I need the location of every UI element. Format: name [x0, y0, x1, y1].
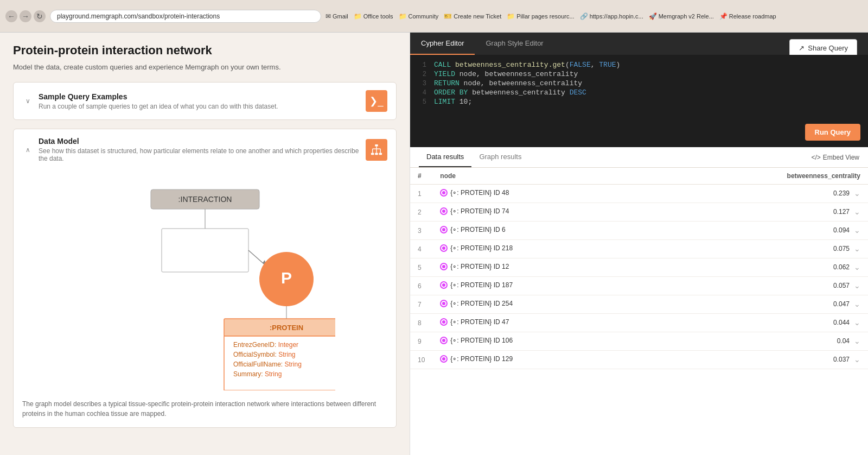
bookmark-hopin[interactable]: 🔗 https://app.hopin.c...: [580, 12, 643, 20]
svg-text::PROTEIN: :PROTEIN: [269, 324, 303, 332]
browser-chrome: ← → ↻ playground.memgraph.com/sandbox/pr…: [0, 0, 868, 33]
table-row[interactable]: 3{∘: PROTEIN} ID 60.094⌄: [410, 222, 868, 240]
bookmark-gmail[interactable]: ✉ Gmail: [326, 12, 348, 20]
svg-rect-2: [375, 153, 378, 155]
data-model-title: Data Model: [39, 137, 366, 146]
expand-arrow[interactable]: ⌄: [854, 337, 860, 345]
data-model-title-block: Data Model See how this dataset is struc…: [39, 137, 366, 162]
expand-arrow[interactable]: ⌄: [854, 226, 860, 235]
expand-arrow[interactable]: ⌄: [854, 355, 860, 364]
row-node: {∘: PROTEIN} ID 47: [432, 314, 649, 332]
svg-text::INTERACTION: :INTERACTION: [178, 195, 232, 204]
page-title: Protein-protein interaction network: [13, 43, 397, 58]
collapse-toggle-sample[interactable]: ∨: [22, 96, 33, 106]
table-row[interactable]: 8{∘: PROTEIN} ID 470.044⌄: [410, 314, 868, 332]
row-betweenness: 0.094⌄: [649, 222, 868, 239]
page-subtitle: Model the data, create custom queries an…: [13, 63, 397, 71]
expand-arrow[interactable]: ⌄: [854, 318, 860, 327]
svg-rect-12: [162, 229, 248, 272]
sample-query-header[interactable]: ∨ Sample Query Examples Run a couple of …: [14, 83, 396, 119]
bookmark-memgraph[interactable]: 🚀 Memgraph v2 Rele...: [649, 12, 714, 20]
expand-arrow[interactable]: ⌄: [854, 244, 860, 253]
table-row[interactable]: 10{∘: PROTEIN} ID 1290.037⌄: [410, 351, 868, 369]
row-id: 10: [410, 351, 432, 369]
hierarchy-icon: [371, 144, 382, 156]
tab-graph-results[interactable]: Graph results: [471, 147, 529, 167]
table-row[interactable]: 7{∘: PROTEIN} ID 2540.047⌄: [410, 295, 868, 314]
row-node: {∘: PROTEIN} ID 129: [432, 351, 649, 369]
code-line-3: 3 RETURN node, betweenness_centrality: [410, 79, 868, 88]
table-header-row: # node betweenness_centrality: [410, 168, 868, 185]
row-node: {∘: PROTEIN} ID 106: [432, 332, 649, 351]
run-query-button[interactable]: Run Query: [805, 124, 860, 141]
table-row[interactable]: 1{∘: PROTEIN} ID 480.239⌄: [410, 185, 868, 203]
row-betweenness: 0.062⌄: [649, 258, 868, 276]
data-model-header[interactable]: ∧ Data Model See how this dataset is str…: [14, 129, 396, 170]
results-table: # node betweenness_centrality 1{∘: PROTE…: [410, 168, 868, 455]
address-bar[interactable]: playground.memgraph.com/sandbox/protein-…: [50, 10, 321, 23]
bookmark-community[interactable]: 📁 Community: [399, 12, 439, 20]
expand-arrow[interactable]: ⌄: [854, 207, 860, 216]
row-node: {∘: PROTEIN} ID 12: [432, 258, 649, 277]
data-model-icon: [366, 139, 387, 161]
row-id: 8: [410, 314, 432, 332]
right-panel: Cypher Editor Graph Style Editor 1 CALL …: [410, 33, 868, 455]
code-line-5: 5 LIMIT 10;: [410, 97, 868, 106]
row-betweenness: 0.044⌄: [649, 314, 868, 331]
share-icon: ↗: [799, 44, 805, 52]
bookmark-ticket[interactable]: 🎫 Create new Ticket: [444, 12, 501, 20]
tab-style-editor[interactable]: Graph Style Editor: [475, 33, 554, 55]
embed-view-button[interactable]: </> Embed View: [811, 154, 859, 161]
col-node: node: [432, 168, 649, 185]
col-betweenness: betweenness_centrality: [649, 168, 868, 185]
diagram-container: :INTERACTION P: [22, 179, 387, 390]
svg-text:OfficialFullName: String: OfficialFullName: String: [233, 361, 302, 368]
sample-query-title: Sample Query Examples: [39, 92, 366, 101]
svg-text:P: P: [280, 269, 291, 287]
expand-arrow[interactable]: ⌄: [854, 263, 860, 271]
row-id: 2: [410, 203, 432, 222]
col-hash: #: [410, 168, 432, 185]
data-model-content: :INTERACTION P: [14, 170, 396, 427]
results-area: Data results Graph results </> Embed Vie…: [410, 147, 868, 455]
collapse-toggle-data-model[interactable]: ∧: [22, 144, 33, 155]
back-button[interactable]: ←: [5, 10, 17, 22]
row-betweenness: 0.057⌄: [649, 277, 868, 294]
row-betweenness: 0.04⌄: [649, 332, 868, 350]
svg-rect-0: [375, 144, 378, 146]
sample-query-title-block: Sample Query Examples Run a couple of sa…: [39, 92, 366, 110]
row-node: {∘: PROTEIN} ID 6: [432, 222, 649, 240]
data-model-subtitle: See how this dataset is structured, how …: [39, 147, 366, 162]
forward-button[interactable]: →: [20, 10, 31, 22]
row-betweenness: 0.047⌄: [649, 295, 868, 313]
svg-text:EntrezGeneID: Integer: EntrezGeneID: Integer: [233, 341, 298, 349]
code-line-2: 2 YIELD node, betweenness_centrality: [410, 69, 868, 79]
table-row[interactable]: 5{∘: PROTEIN} ID 120.062⌄: [410, 258, 868, 277]
footer-text: The graph model describes a typical tiss…: [22, 399, 387, 419]
reload-button[interactable]: ↻: [34, 10, 46, 22]
row-node: {∘: PROTEIN} ID 218: [432, 240, 649, 258]
expand-arrow[interactable]: ⌄: [854, 300, 860, 308]
tab-cypher-editor[interactable]: Cypher Editor: [410, 33, 475, 55]
table-row[interactable]: 6{∘: PROTEIN} ID 1870.057⌄: [410, 277, 868, 295]
row-id: 1: [410, 185, 432, 203]
bookmark-roadmap[interactable]: 📌 Release roadmap: [719, 12, 776, 20]
table-row[interactable]: 4{∘: PROTEIN} ID 2180.075⌄: [410, 240, 868, 258]
expand-arrow[interactable]: ⌄: [854, 189, 860, 198]
code-line-1: 1 CALL betweenness_centrality.get(FALSE,…: [410, 60, 868, 69]
sample-query-icon: ❯_: [366, 90, 387, 112]
bookmark-pillar[interactable]: 📁 Pillar pages resourc...: [507, 12, 574, 20]
table-row[interactable]: 2{∘: PROTEIN} ID 740.127⌄: [410, 203, 868, 222]
table-row[interactable]: 9{∘: PROTEIN} ID 1060.04⌄: [410, 332, 868, 351]
bookmarks-bar: ✉ Gmail 📁 Office tools 📁 Community 🎫 Cre…: [326, 12, 863, 20]
row-betweenness: 0.239⌄: [649, 185, 868, 202]
left-panel: Protein-protein interaction network Mode…: [0, 33, 410, 455]
code-editor: 1 CALL betweenness_centrality.get(FALSE,…: [410, 55, 868, 147]
main-container: Protein-protein interaction network Mode…: [0, 33, 868, 455]
sample-query-subtitle: Run a couple of sample queries to get an…: [39, 103, 366, 110]
row-node: {∘: PROTEIN} ID 254: [432, 295, 649, 314]
bookmark-office[interactable]: 📁 Office tools: [354, 12, 393, 20]
expand-arrow[interactable]: ⌄: [854, 281, 860, 290]
row-node: {∘: PROTEIN} ID 187: [432, 277, 649, 295]
tab-data-results[interactable]: Data results: [419, 147, 471, 167]
